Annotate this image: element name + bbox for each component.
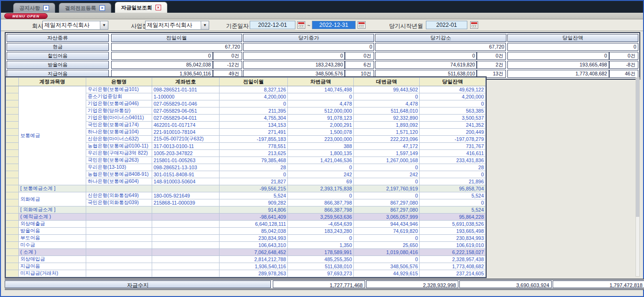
row-selector[interactable] <box>6 228 19 235</box>
day-balance-cell[interactable]: 6,222,158,027 <box>420 249 486 256</box>
account-number-cell[interactable] <box>152 235 220 242</box>
bank-name-cell[interactable]: 중소기업중앙회 <box>86 93 152 100</box>
row-selector[interactable] <box>6 249 19 256</box>
credit-amount-cell[interactable]: 99,443,502 <box>354 86 420 93</box>
account-number-cell[interactable] <box>152 263 220 270</box>
table-row[interactable]: 받을어음85,042,038183,243,28074,619,820193,6… <box>6 228 486 235</box>
credit-amount-cell[interactable]: 0 <box>354 178 420 185</box>
debit-amount-cell[interactable]: 0 <box>288 93 354 100</box>
table-row[interactable]: 미수금106,643,3101,35025,650106,619,010 <box>6 242 486 249</box>
row-selector[interactable] <box>6 221 19 228</box>
prev-balance-cell[interactable]: -98,641,409 <box>220 214 288 221</box>
table-row[interactable]: ( 소계 )7,062,648,452178,589,9911,019,080,… <box>6 249 486 256</box>
account-number-cell[interactable] <box>152 185 220 192</box>
debit-amount-cell[interactable]: 140,745,498 <box>288 86 354 93</box>
credit-amount-cell[interactable]: 0 <box>354 256 420 263</box>
account-number-cell[interactable]: 301-0151-8408-91 <box>152 171 220 178</box>
bank-name-cell[interactable]: 하나은행(보통예금604) <box>86 178 152 185</box>
credit-amount-cell[interactable]: 1,893,092 <box>354 122 420 129</box>
credit-amount-cell[interactable]: 3,065,057,999 <box>354 214 420 221</box>
row-selector[interactable] <box>6 171 19 178</box>
row-selector[interactable] <box>6 192 19 199</box>
debit-amount-cell[interactable]: 1,500,078 <box>288 129 354 136</box>
credit-amount-cell[interactable]: 222,223,096 <box>354 136 420 143</box>
tab-inactive[interactable]: 공지사항× <box>13 3 55 13</box>
account-number-cell[interactable] <box>152 206 220 214</box>
table-row[interactable]: 외상매출금6,640,128,111-4,654,639944,434,9465… <box>6 221 486 228</box>
account-number-cell[interactable] <box>152 256 220 263</box>
bank-name-cell[interactable] <box>86 249 152 256</box>
credit-amount-cell[interactable]: 0 <box>354 235 420 242</box>
row-selector[interactable] <box>6 263 19 270</box>
debit-amount-cell[interactable]: 866,387,798 <box>288 199 354 206</box>
credit-amount-cell[interactable]: 348,506,576 <box>354 263 420 270</box>
account-group-cell[interactable]: 보통예금 <box>19 86 86 185</box>
debit-amount-cell[interactable]: 69 <box>288 178 354 185</box>
account-number-cell[interactable]: 027-055829-01-046 <box>152 100 220 107</box>
bank-name-cell[interactable] <box>86 228 152 235</box>
day-balance-cell[interactable]: 0 <box>420 171 486 178</box>
site-select[interactable]: 제일저지주식회사 ▼ <box>145 21 209 30</box>
day-balance-cell[interactable]: 1,773,408,682 <box>420 263 486 270</box>
day-balance-cell[interactable]: 193,665,498 <box>420 228 486 235</box>
debit-amount-cell[interactable]: 2,000,291 <box>288 122 354 129</box>
prev-balance-cell[interactable]: 79,385,468 <box>220 157 288 164</box>
account-number-cell[interactable]: 180-005-921649 <box>152 192 220 199</box>
prev-balance-cell[interactable]: 213,625 <box>220 150 288 157</box>
day-balance-cell[interactable]: 0 <box>420 100 486 107</box>
debit-amount-cell[interactable]: 866,387,798 <box>288 206 354 214</box>
debit-amount-cell[interactable]: 485,255,350 <box>288 256 354 263</box>
prev-balance-cell[interactable]: 909,282 <box>220 199 288 206</box>
prev-balance-cell[interactable]: 4,755,304 <box>220 115 288 122</box>
row-selector[interactable] <box>6 129 19 136</box>
account-number-cell[interactable]: 027-055829-06-051 <box>152 107 220 115</box>
debit-amount-cell[interactable]: 2,393,175,838 <box>288 185 354 192</box>
credit-amount-cell[interactable]: 44,929,615 <box>354 270 420 277</box>
debit-amount-cell[interactable]: 1,800,135 <box>288 150 354 157</box>
bank-name-cell[interactable]: 우리은행(13-103) <box>86 164 152 171</box>
account-number-cell[interactable]: 1-100000 <box>152 93 220 100</box>
debit-amount-cell[interactable]: 183,243,280 <box>288 228 354 235</box>
credit-amount-cell[interactable]: 867,297,080 <box>354 206 420 214</box>
credit-amount-cell[interactable]: 944,434,946 <box>354 221 420 228</box>
row-selector[interactable] <box>6 122 19 129</box>
prev-balance-cell[interactable]: 21,827 <box>220 178 288 185</box>
day-balance-cell[interactable]: 5,524 <box>420 206 486 214</box>
calendar-icon[interactable] <box>470 21 478 29</box>
table-row[interactable]: [ 보통예금소계 ]-99,556,2152,393,175,8382,197,… <box>6 185 486 192</box>
credit-amount-cell[interactable]: 4,478 <box>354 100 420 107</box>
credit-amount-cell[interactable]: 0 <box>354 164 420 171</box>
bank-name-cell[interactable]: 국민은행(외화통장039) <box>86 199 152 206</box>
menu-open-button[interactable]: MENU OPEN <box>4 13 48 19</box>
credit-amount-cell[interactable]: 511,648,010 <box>354 107 420 115</box>
day-balance-cell[interactable]: 3,500,537 <box>420 115 486 122</box>
credit-amount-cell[interactable]: 0 <box>354 192 420 199</box>
debit-amount-cell[interactable]: 0 <box>288 164 354 171</box>
tab-active[interactable]: 자금일보조회× <box>115 2 167 13</box>
day-balance-cell[interactable]: 0 <box>420 199 486 206</box>
prev-balance-cell[interactable]: 778,551 <box>220 143 288 150</box>
date-from-input[interactable]: 2022-12-01 <box>250 21 295 29</box>
row-selector[interactable] <box>6 242 19 249</box>
bank-name-cell[interactable] <box>86 206 152 214</box>
account-label-cell[interactable]: 외상매출금 <box>19 221 86 228</box>
day-balance-cell[interactable]: 233,431,836 <box>420 157 486 164</box>
row-selector[interactable] <box>6 256 19 263</box>
account-number-cell[interactable] <box>152 242 220 249</box>
row-selector[interactable] <box>6 164 19 171</box>
debit-amount-cell[interactable]: 0 <box>288 235 354 242</box>
credit-amount-cell[interactable]: 47,172 <box>354 143 420 150</box>
day-balance-cell[interactable]: 21,896 <box>420 178 486 185</box>
bank-name-cell[interactable]: 하나은행(보통예금104) <box>86 129 152 136</box>
prev-balance-cell[interactable]: 0 <box>220 100 288 107</box>
table-row[interactable]: 보통예금우리은행(보통예금101)098-286521-01-1018,327,… <box>6 86 486 93</box>
row-selector[interactable] <box>6 86 19 93</box>
bank-name-cell[interactable]: 신한은행(외화통장649) <box>86 192 152 199</box>
day-balance-cell[interactable]: 28 <box>420 164 486 171</box>
account-label-cell[interactable]: 지급어음 <box>19 263 86 270</box>
period-start-input[interactable]: 2022-01 <box>426 21 467 29</box>
calendar-icon[interactable] <box>358 21 366 29</box>
table-row[interactable]: ( 예적금소계 )-98,641,4093,259,563,6363,065,0… <box>6 214 486 221</box>
row-selector[interactable] <box>6 93 19 100</box>
prev-balance-cell[interactable]: 271,491 <box>220 129 288 136</box>
